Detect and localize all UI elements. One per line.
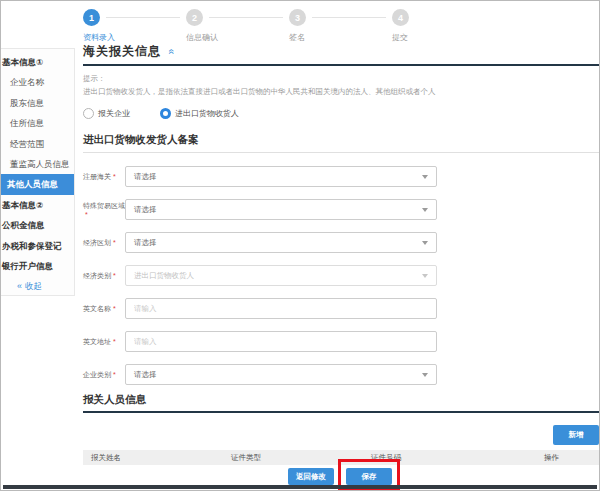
select-value: 请选择	[134, 172, 157, 182]
collapse-label: 收起	[25, 281, 42, 291]
sidebar-item-basic-info-1[interactable]: 基本信息①	[1, 52, 74, 72]
field-label: 企业类别*	[83, 370, 125, 379]
required-asterisk: *	[113, 371, 116, 378]
form-row-english-address: 英文地址*	[83, 325, 599, 358]
wizard-stepper: 1 资料录入 2 信息确认 3 签名 4 提交	[83, 9, 495, 43]
economic-zone-select[interactable]: 请选择	[125, 232, 437, 253]
sidebar-nav: 基本信息① 企业名称 股东信息 住所信息 经营范围 董监高人员信息 其他人员信息…	[1, 48, 75, 296]
sidebar-item-executives-info[interactable]: 董监高人员信息	[1, 154, 74, 174]
step-3-sign[interactable]: 3 签名	[289, 9, 392, 43]
sidebar-item-shareholder-info[interactable]: 股东信息	[1, 93, 74, 113]
step-connector	[312, 17, 386, 18]
form-row-english-name: 英文名称*	[83, 292, 599, 325]
chevron-down-icon	[422, 175, 428, 179]
form-row-economic-zone: 经济区划* 请选择	[83, 226, 599, 259]
back-modify-button[interactable]: 返回修改	[288, 468, 334, 485]
field-label: 注册海关*	[83, 172, 125, 181]
required-asterisk: *	[113, 305, 116, 312]
staff-section-divider	[83, 411, 599, 413]
sidebar-item-business-scope[interactable]: 经营范围	[1, 134, 74, 154]
select-value: 请选择	[134, 238, 157, 248]
english-name-input[interactable]	[125, 298, 437, 319]
step-2-circle: 2	[186, 9, 203, 26]
sidebar-item-address-info[interactable]: 住所信息	[1, 113, 74, 133]
registered-customs-select[interactable]: 请选择	[125, 166, 437, 187]
consignee-filing-section-title: 进出口货物收发货人备案	[83, 133, 599, 153]
main-content: 海关报关信息 提示： 进出口货物收发货人，是指依法直接进口或者出口货物的中华人民…	[83, 43, 599, 465]
field-label: 经济区划*	[83, 238, 125, 247]
required-asterisk: *	[85, 211, 88, 218]
step-2-confirm[interactable]: 2 信息确认	[186, 9, 289, 43]
radio-import-export-consignee-selected[interactable]	[160, 108, 171, 119]
form-row-economic-category: 经济类别* 进出口货物收货人	[83, 259, 599, 292]
field-label: 英文名称*	[83, 304, 125, 313]
sidebar-item-housing-fund[interactable]: 公积金信息	[1, 215, 74, 235]
chevron-left-icon	[17, 281, 25, 291]
staff-table-header: 报关姓名 证件类型 证件号码 操作	[83, 450, 599, 465]
column-actions: 操作	[536, 453, 599, 463]
chevron-down-icon	[422, 241, 428, 245]
select-value: 进出口货物收货人	[134, 271, 194, 281]
bottom-dark-bar	[3, 485, 597, 489]
column-declarant-name: 报关姓名	[83, 453, 223, 463]
step-1-label: 资料录入	[83, 32, 186, 43]
step-1-circle: 1	[83, 9, 100, 26]
required-asterisk: *	[113, 338, 116, 345]
economic-category-select-disabled: 进出口货物收货人	[125, 265, 437, 286]
section-collapse-icon[interactable]	[166, 48, 177, 54]
step-4-label: 提交	[392, 32, 495, 43]
save-button[interactable]: 保存	[346, 468, 392, 485]
sidebar-item-company-name[interactable]: 企业名称	[1, 72, 74, 92]
step-4-circle: 4	[392, 9, 409, 26]
required-asterisk: *	[113, 272, 116, 279]
required-asterisk: *	[113, 239, 116, 246]
sidebar-item-other-personnel-selected[interactable]: 其他人员信息	[1, 174, 74, 194]
step-connector	[106, 17, 180, 18]
step-connector	[209, 17, 283, 18]
sidebar-item-tax-social-insurance[interactable]: 办税和参保登记	[1, 236, 74, 256]
column-id-type: 证件类型	[223, 453, 363, 463]
step-3-circle: 3	[289, 9, 306, 26]
form-row-enterprise-category: 企业类别* 请选择	[83, 358, 599, 391]
sidebar-item-basic-info-2[interactable]: 基本信息②	[1, 195, 74, 215]
sidebar-collapse-button[interactable]: 收起	[1, 276, 74, 296]
radio-customs-enterprise-label[interactable]: 报关企业	[98, 108, 130, 119]
step-1-data-entry[interactable]: 1 资料录入	[83, 9, 186, 43]
english-address-input[interactable]	[125, 331, 437, 352]
field-label: 英文地址*	[83, 337, 125, 346]
notice-block: 提示： 进出口货物收发货人，是指依法直接进口或者出口货物的中华人民共和国关境内的…	[83, 74, 599, 97]
form-row-registered-customs: 注册海关* 请选择	[83, 160, 599, 193]
required-asterisk: *	[113, 173, 116, 180]
field-label: 经济类别*	[83, 271, 125, 280]
declarant-staff-section-title: 报关人员信息	[83, 393, 599, 411]
chevron-down-icon	[422, 373, 428, 377]
step-3-label: 签名	[289, 32, 392, 43]
step-4-submit[interactable]: 4 提交	[392, 9, 495, 43]
notice-label: 提示：	[83, 74, 599, 84]
select-value: 请选择	[134, 205, 157, 215]
chevron-down-icon	[422, 274, 428, 278]
page-title: 海关报关信息	[83, 43, 161, 60]
sidebar-item-bank-account[interactable]: 银行开户信息	[1, 256, 74, 276]
declaration-type-radio-group: 报关企业 进出口货物收货人	[83, 107, 599, 119]
special-trade-zone-select[interactable]: 请选择	[125, 199, 437, 220]
chevron-down-icon	[422, 208, 428, 212]
select-value: 请选择	[134, 370, 157, 380]
column-id-number: 证件号码	[363, 453, 536, 463]
title-divider	[83, 64, 599, 66]
field-label: 特殊贸易区域*	[83, 201, 125, 219]
consignee-filing-form: 注册海关* 请选择 特殊贸易区域* 请选择 经济区划* 请选择	[83, 160, 599, 391]
radio-import-export-consignee-label[interactable]: 进出口货物收货人	[175, 108, 239, 119]
form-row-special-trade-zone: 特殊贸易区域* 请选择	[83, 193, 599, 226]
enterprise-category-select[interactable]: 请选择	[125, 364, 437, 385]
add-staff-button[interactable]: 新增	[553, 425, 599, 445]
step-2-label: 信息确认	[186, 32, 289, 43]
radio-customs-enterprise[interactable]	[83, 108, 94, 119]
notice-text: 进出口货物收发货人，是指依法直接进口或者出口货物的中华人民共和国关境内的法人、其…	[83, 87, 599, 97]
customs-registration-page: 1 资料录入 2 信息确认 3 签名 4 提交 基本信息① 企业名称 股东信息 …	[0, 0, 600, 491]
